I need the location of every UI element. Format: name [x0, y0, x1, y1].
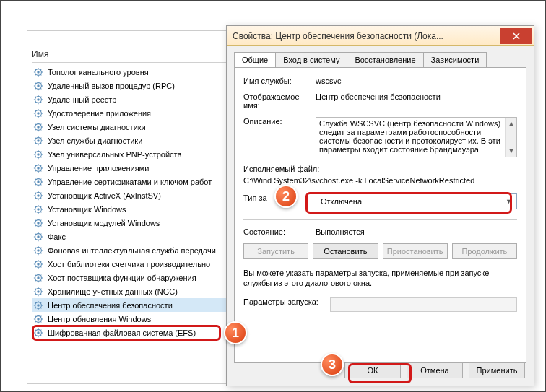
svg-point-161 — [37, 290, 40, 293]
gear-icon — [33, 81, 43, 91]
svg-line-146 — [35, 261, 36, 261]
svg-point-111 — [37, 222, 40, 225]
service-item-label: Хост библиотеки счетчика производительно — [48, 260, 210, 269]
svg-point-81 — [37, 180, 40, 183]
description-scrollbar[interactable]: ▲ ▼ — [505, 118, 516, 157]
svg-line-18 — [35, 88, 36, 89]
chevron-down-icon: ▼ — [506, 198, 512, 205]
gear-icon — [33, 177, 43, 187]
titlebar[interactable]: Свойства: Центр обеспечения безопасности… — [227, 26, 534, 46]
cancel-button[interactable]: Отмена — [407, 362, 463, 378]
svg-line-69 — [40, 151, 41, 152]
service-item-label: Фоновая интеллектуальная служба передачи — [48, 246, 216, 255]
svg-line-188 — [35, 321, 36, 322]
stop-button[interactable]: Остановить — [313, 243, 378, 259]
svg-line-17 — [40, 88, 41, 89]
svg-line-36 — [35, 110, 36, 110]
svg-line-168 — [35, 294, 36, 295]
svg-line-68 — [35, 157, 36, 157]
svg-line-86 — [35, 178, 36, 179]
divider — [243, 219, 517, 220]
svg-line-179 — [40, 302, 41, 302]
svg-line-9 — [40, 69, 41, 69]
start-params-input — [330, 297, 517, 312]
gear-icon — [33, 259, 43, 269]
svg-point-21 — [37, 98, 40, 101]
svg-line-107 — [40, 212, 41, 212]
properties-dialog: Свойства: Центр обеспечения безопасности… — [226, 25, 534, 386]
gear-icon — [33, 245, 43, 256]
service-item-label: Центр обновления Windows — [48, 315, 151, 323]
tab-general[interactable]: Общие — [234, 52, 276, 67]
svg-line-127 — [40, 239, 41, 240]
svg-line-117 — [40, 225, 41, 226]
svg-line-98 — [35, 198, 36, 199]
svg-point-61 — [37, 153, 40, 156]
svg-line-159 — [40, 274, 41, 275]
tab-recovery[interactable]: Восстановление — [347, 52, 423, 67]
svg-line-176 — [35, 302, 36, 302]
svg-line-47 — [40, 129, 41, 130]
gear-icon — [33, 149, 43, 160]
service-item-label: Центр обеспечения безопасности — [48, 301, 173, 310]
startup-type-value: Отключена — [321, 197, 362, 206]
close-icon — [513, 32, 520, 40]
scroll-down-icon[interactable]: ▼ — [506, 145, 517, 157]
apply-button[interactable]: Применить — [469, 362, 525, 378]
svg-line-136 — [35, 247, 36, 248]
gear-icon — [33, 95, 43, 105]
svg-line-39 — [40, 110, 41, 110]
label-service-name: Имя службы: — [243, 77, 316, 85]
svg-line-57 — [40, 143, 41, 144]
gear-icon — [33, 232, 43, 242]
scroll-up-icon[interactable]: ▲ — [506, 118, 517, 129]
service-item-label: Удостоверение приложения — [48, 109, 151, 118]
label-start-params: Параметры запуска: — [243, 297, 330, 306]
svg-line-167 — [40, 294, 41, 295]
gear-icon — [33, 273, 43, 283]
svg-line-28 — [35, 102, 36, 103]
service-item-label: Тополог канального уровня — [48, 68, 149, 77]
description-box[interactable]: Служба WSCSVC (центр безопасности Window… — [316, 117, 517, 157]
tab-dependencies[interactable]: Зависимости — [423, 52, 488, 67]
service-item-label: Установщик ActiveX (AxInstSV) — [48, 191, 161, 200]
startup-type-combobox[interactable]: Отключена ▼ — [316, 193, 517, 209]
svg-line-116 — [35, 219, 36, 220]
svg-line-76 — [35, 165, 36, 165]
svg-line-109 — [40, 206, 41, 206]
gear-icon — [33, 287, 43, 297]
close-button[interactable] — [500, 28, 532, 44]
gear-icon — [33, 136, 43, 146]
svg-point-91 — [37, 194, 40, 197]
svg-point-71 — [37, 167, 40, 170]
svg-point-1 — [37, 71, 40, 74]
column-header-name[interactable]: Имя — [32, 49, 48, 59]
label-display-name: Отображаемое имя: — [243, 92, 316, 110]
svg-line-46 — [35, 123, 36, 124]
ok-button[interactable]: ОК — [344, 362, 401, 378]
gear-icon — [33, 204, 43, 214]
svg-line-147 — [40, 266, 41, 267]
service-item-label: Хранилище учетных данных (NGC) — [48, 287, 178, 296]
tab-strip: Общие Вход в систему Восстановление Зави… — [234, 52, 526, 67]
svg-point-11 — [37, 84, 40, 87]
gear-icon — [33, 191, 43, 201]
svg-point-141 — [37, 263, 40, 266]
svg-line-157 — [40, 280, 41, 281]
svg-line-38 — [35, 116, 36, 116]
gear-icon — [33, 163, 43, 173]
svg-point-131 — [37, 249, 40, 252]
svg-line-58 — [35, 143, 36, 144]
tab-logon[interactable]: Вход в систему — [275, 52, 347, 67]
value-executable: C:\Wind System32\svchost.exe -k LocalSer… — [243, 176, 517, 185]
svg-line-49 — [40, 123, 41, 124]
svg-line-169 — [40, 288, 41, 289]
svg-line-128 — [35, 239, 36, 240]
svg-line-79 — [40, 165, 41, 165]
svg-point-101 — [37, 208, 40, 211]
label-description: Описание: — [243, 117, 316, 126]
svg-point-171 — [37, 304, 40, 307]
svg-line-166 — [35, 288, 36, 289]
service-item-label: Управление сертификатами и ключом работ — [48, 178, 212, 186]
svg-line-186 — [35, 315, 36, 316]
